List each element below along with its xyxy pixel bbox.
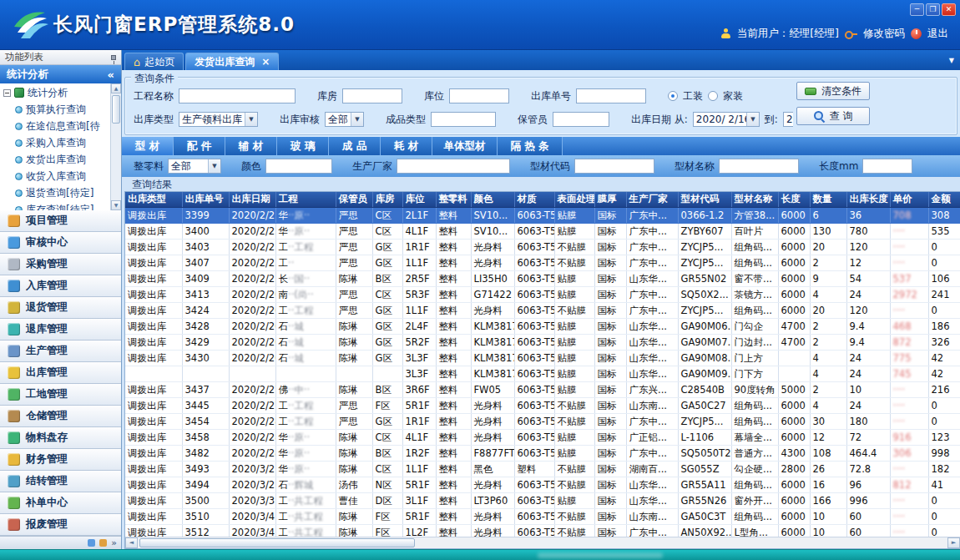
column-header[interactable]: 出库日期 [229,192,275,207]
material-tab[interactable]: 隔 热 条 [498,137,563,155]
nav-item[interactable]: 审核中心 [0,232,121,254]
tree-item[interactable]: 收货入库查询 [15,168,121,184]
table-row[interactable]: 调拨出库34372020/2/27佛··中··陈琳B区3R6F整料FW05606… [125,381,960,397]
nav-item[interactable]: 物料盘存 [0,427,121,449]
collapse-node-icon[interactable] [3,89,11,97]
table-row[interactable]: 调拨出库34582020/2/28华··原··陈琳C区4L1F整料光身料6063… [125,429,960,445]
column-header[interactable]: 库位 [402,192,436,207]
location-input[interactable] [449,88,509,103]
keeper-input[interactable] [553,112,609,127]
order-no-input[interactable] [576,88,646,103]
more-buttons-icon[interactable]: » [111,539,117,547]
table-row[interactable]: 调拨出库34932020/3/2华··原··陈琳C区1L1F整料黑色塑料不贴膜国… [125,461,960,477]
scroll-down-icon[interactable]: ▼ [111,200,121,210]
radio-gongzhuang[interactable] [668,91,678,101]
table-row[interactable]: 调拨出库34092020/2/25长··国··陈琳B区2R5F整料LI35H06… [125,270,960,286]
tab-shipping-outbound-query[interactable]: 发货出库查询 × [185,53,279,70]
column-header[interactable]: 整零料 [436,192,471,207]
material-tab[interactable]: 单体型材 [432,137,498,155]
column-header[interactable]: 长度 [778,192,810,207]
filter-input[interactable] [265,159,332,174]
nav-item[interactable]: 仓储管理 [0,406,121,427]
radio-jiazhuang[interactable] [708,91,718,101]
scroll-up-icon[interactable]: ▲ [111,83,121,93]
logout-link[interactable]: 退出 [927,27,948,41]
nav-item[interactable]: 补单中心 [0,492,121,514]
warehouse-input[interactable] [342,88,402,103]
table-row[interactable]: 调拨出库34542020/2/28工··工程严思G区1R1F整料光身料6063-… [125,413,960,429]
nav-item[interactable]: 报废管理 [0,514,121,536]
table-row[interactable]: 调拨出库34002020/2/25华··原··严思C区4L1F整料SV10...… [125,223,960,239]
tab-close-icon[interactable]: × [261,56,270,68]
table-row[interactable]: 调拨出库34292020/2/26石··城陈琳G区5R2F整料KLM381760… [125,334,960,350]
column-header[interactable]: 膜厚 [594,192,626,207]
horizontal-scrollbar[interactable]: ◄ ► [125,537,960,548]
column-header[interactable]: 保管员 [336,192,372,207]
material-tab[interactable]: 型 材 [122,137,174,155]
scrollbar-thumb[interactable] [139,538,415,547]
column-header[interactable]: 生产厂家 [626,192,678,207]
filter-select[interactable]: 全部▼ [168,159,221,174]
material-tab[interactable]: 玻 璃 [277,137,329,155]
date-from-picker[interactable]: 2020/ 2/16 ▼ [693,112,760,127]
column-header[interactable]: 型材名称 [731,192,778,207]
table-row[interactable]: 调拨出库34282020/2/26石··城陈琳G区2L4F整料KLM381760… [125,318,960,334]
product-type-input[interactable] [431,112,496,127]
close-button[interactable]: ✕ [942,3,956,16]
nav-item[interactable]: 工地管理 [0,384,121,406]
table-row[interactable]: 调拨出库34942020/3/2石··辉城汤伟N区5R1F整料光身料6063-T… [125,477,960,492]
column-header[interactable]: 库房 [372,192,402,207]
material-tab[interactable]: 配 件 [174,137,225,155]
nav-item[interactable]: 结转管理 [0,471,121,492]
filter-input[interactable] [574,159,654,174]
pin-icon[interactable] [111,55,116,60]
change-password-link[interactable]: 修改密码 [863,27,905,41]
clear-conditions-button[interactable]: 清空条件 [796,82,870,100]
column-header[interactable]: 出库类型 [125,192,182,207]
column-header[interactable]: 颜色 [471,192,514,207]
nav-item[interactable]: 项目管理 [0,210,121,232]
sidebar-group-header[interactable]: 统计分析 « [0,65,121,83]
column-header[interactable]: 表面处理 [554,192,594,207]
scroll-right-icon[interactable]: ► [947,537,960,548]
table-row[interactable]: 调拨出库34072020/2/25工··严思G区1L1F整料光身料6063-T5… [125,255,960,270]
tree-item[interactable]: 采购入库查询 [15,134,121,151]
table-row[interactable]: 调拨出库34242020/2/26工··工程严思G区1L1F整料光身料6063-… [125,302,960,318]
maximize-button[interactable]: ❐ [926,3,940,16]
column-header[interactable]: 型材代码 [678,192,731,207]
nav-item[interactable]: 入库管理 [0,275,121,297]
column-header[interactable]: 数量 [810,192,846,207]
nav-item[interactable]: 财务管理 [0,449,121,471]
scrollbar-thumb[interactable] [112,95,120,124]
table-row[interactable]: 调拨出库35102020/3/4工··共工程陈琳F区5R1F整料光身料6063-… [125,508,960,524]
save-icon[interactable] [99,539,107,547]
date-to-picker[interactable]: 2020/ 3/16 ▼ [783,112,793,127]
table-row[interactable]: 调拨出库35002020/3/3工··共工程曹佳D区3L1F整料LT3P6060… [125,492,960,508]
material-tab[interactable]: 耗 材 [381,137,432,155]
nav-item[interactable]: 采购管理 [0,254,121,275]
table-row[interactable]: 调拨出库34032020/2/25工··工程严思G区1R1F整料光身料6063-… [125,239,960,255]
tab-start-page[interactable]: ⌂ 起始页 [124,53,184,70]
outbound-type-select[interactable]: 生产领料出库 ▼ [179,112,258,127]
collapse-icon[interactable]: « [108,68,114,81]
filter-input[interactable] [719,159,799,174]
material-tab[interactable]: 辅 材 [225,137,277,155]
column-header[interactable]: 出库单号 [182,192,229,207]
minimize-button[interactable]: ─ [910,3,924,16]
material-tab[interactable]: 成 品 [329,137,381,155]
nav-item[interactable]: 生产管理 [0,341,121,362]
audit-select[interactable]: 全部 ▼ [325,112,364,127]
column-header[interactable]: 工程 [275,192,336,207]
tree-item[interactable]: 发货出库查询 [15,151,121,168]
search-button[interactable]: 查 询 [796,107,870,125]
table-row[interactable]: 调拨出库34822020/2/28华··原··陈琳B区1R2F整料F8877FT… [125,445,960,461]
table-row[interactable]: 调拨出库34132020/2/26南··(尚··严思C区5R3F整料G71422… [125,286,960,302]
grid-icon[interactable] [88,539,95,547]
tree-item[interactable]: 预算执行查询 [15,101,121,118]
filter-input[interactable] [397,159,510,174]
project-name-input[interactable] [179,88,296,103]
filter-input[interactable] [862,159,912,174]
tree-root[interactable]: 统计分析 [3,84,121,101]
table-row[interactable]: 调拨出库34302020/2/26石··城陈琳G区3L3F整料KLM381760… [125,350,960,366]
tab-list-dropdown-icon[interactable]: ▼ [949,57,954,64]
